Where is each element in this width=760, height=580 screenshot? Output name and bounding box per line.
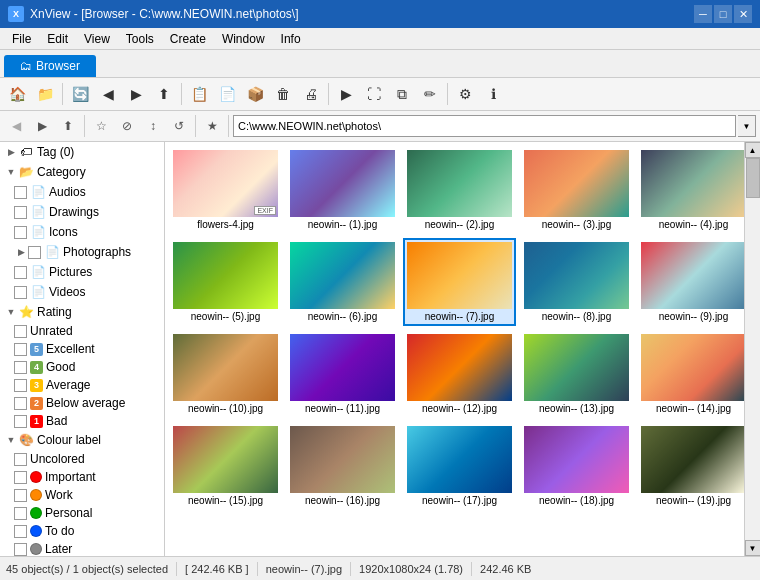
thumbnail-item-2[interactable]: neowin-- (2).jpg [403, 146, 516, 234]
good-checkbox[interactable] [14, 361, 27, 374]
forward-button[interactable]: ▶ [123, 81, 149, 107]
scroll-up-button[interactable]: ▲ [745, 142, 761, 158]
photographs-checkbox[interactable] [28, 246, 41, 259]
menu-window[interactable]: Window [214, 28, 273, 49]
edit-image-button[interactable]: ✏ [417, 81, 443, 107]
close-button[interactable]: ✕ [734, 5, 752, 23]
sidebar-item-uncolored[interactable]: Uncolored [0, 450, 164, 468]
thumbnail-item-9[interactable]: neowin-- (9).jpg [637, 238, 744, 326]
sidebar-item-good[interactable]: 4 Good [0, 358, 164, 376]
folders-button[interactable]: 📁 [32, 81, 58, 107]
sidebar-item-icons[interactable]: 📄 Icons [0, 222, 164, 242]
thumbnail-item-5[interactable]: neowin-- (5).jpg [169, 238, 282, 326]
sidebar-item-category[interactable]: ▼ 📂 Category [0, 162, 164, 182]
later-checkbox[interactable] [14, 543, 27, 556]
average-checkbox[interactable] [14, 379, 27, 392]
sidebar-item-audios[interactable]: 📄 Audios [0, 182, 164, 202]
personal-checkbox[interactable] [14, 507, 27, 520]
sidebar-item-drawings[interactable]: 📄 Drawings [0, 202, 164, 222]
below-average-checkbox[interactable] [14, 397, 27, 410]
sidebar-item-rating[interactable]: ▼ ⭐ Rating [0, 302, 164, 322]
nav-up-button[interactable]: ⬆ [56, 114, 80, 138]
thumbnail-item-3[interactable]: neowin-- (3).jpg [520, 146, 633, 234]
important-checkbox[interactable] [14, 471, 27, 484]
thumbnail-item-17[interactable]: neowin-- (17).jpg [403, 422, 516, 510]
thumbnail-item-10[interactable]: neowin-- (10).jpg [169, 330, 282, 418]
reload-nav-button[interactable]: ↺ [167, 114, 191, 138]
thumbnail-item-6[interactable]: neowin-- (6).jpg [286, 238, 399, 326]
pictures-checkbox[interactable] [14, 266, 27, 279]
sidebar-item-bad[interactable]: 1 Bad [0, 412, 164, 430]
move-button[interactable]: 📦 [242, 81, 268, 107]
print-button[interactable]: 🖨 [298, 81, 324, 107]
thumbnail-item-15[interactable]: neowin-- (15).jpg [169, 422, 282, 510]
menu-view[interactable]: View [76, 28, 118, 49]
home-button[interactable]: 🏠 [4, 81, 30, 107]
uncolored-checkbox[interactable] [14, 453, 27, 466]
sidebar-item-photographs[interactable]: ▶ 📄 Photographs [0, 242, 164, 262]
back-button[interactable]: ◀ [95, 81, 121, 107]
thumbnail-item-14[interactable]: neowin-- (14).jpg [637, 330, 744, 418]
thumbnail-item-0[interactable]: EXIFflowers-4.jpg [169, 146, 282, 234]
thumbnail-item-18[interactable]: neowin-- (18).jpg [520, 422, 633, 510]
sidebar-item-later[interactable]: Later [0, 540, 164, 556]
paste-button[interactable]: 📄 [214, 81, 240, 107]
settings-button[interactable]: ⚙ [452, 81, 478, 107]
slideshow-button[interactable]: ▶ [333, 81, 359, 107]
sidebar-item-unrated[interactable]: Unrated [0, 322, 164, 340]
bookmarks-button[interactable]: ☆ [89, 114, 113, 138]
menu-edit[interactable]: Edit [39, 28, 76, 49]
sidebar-item-todo[interactable]: To do [0, 522, 164, 540]
sort-button[interactable]: ↕ [141, 114, 165, 138]
sidebar-item-videos[interactable]: 📄 Videos [0, 282, 164, 302]
thumbnail-item-12[interactable]: neowin-- (12).jpg [403, 330, 516, 418]
videos-checkbox[interactable] [14, 286, 27, 299]
sidebar-item-tag[interactable]: ▶ 🏷 Tag (0) [0, 142, 164, 162]
compare-button[interactable]: ⧉ [389, 81, 415, 107]
thumbnail-item-16[interactable]: neowin-- (16).jpg [286, 422, 399, 510]
maximize-button[interactable]: □ [714, 5, 732, 23]
thumbnail-item-7[interactable]: neowin-- (7).jpg [403, 238, 516, 326]
menu-file[interactable]: File [4, 28, 39, 49]
sidebar-item-important[interactable]: Important [0, 468, 164, 486]
sidebar-item-pictures[interactable]: 📄 Pictures [0, 262, 164, 282]
unrated-checkbox[interactable] [14, 325, 27, 338]
excellent-checkbox[interactable] [14, 343, 27, 356]
vertical-scrollbar[interactable]: ▲ ▼ [744, 142, 760, 556]
address-bar[interactable]: C:\www.NEOWIN.net\photos\ [233, 115, 736, 137]
up-button[interactable]: ⬆ [151, 81, 177, 107]
thumbnail-item-8[interactable]: neowin-- (8).jpg [520, 238, 633, 326]
sidebar-item-colour-label[interactable]: ▼ 🎨 Colour label [0, 430, 164, 450]
menu-info[interactable]: Info [273, 28, 309, 49]
sidebar-item-average[interactable]: 3 Average [0, 376, 164, 394]
address-dropdown[interactable]: ▼ [738, 115, 756, 137]
fullscreen-button[interactable]: ⛶ [361, 81, 387, 107]
thumbnail-item-19[interactable]: neowin-- (19).jpg [637, 422, 744, 510]
thumbnail-item-13[interactable]: neowin-- (13).jpg [520, 330, 633, 418]
work-checkbox[interactable] [14, 489, 27, 502]
info-button[interactable]: ℹ [480, 81, 506, 107]
menu-create[interactable]: Create [162, 28, 214, 49]
scroll-thumb[interactable] [746, 158, 760, 198]
icons-checkbox[interactable] [14, 226, 27, 239]
sidebar-item-personal[interactable]: Personal [0, 504, 164, 522]
filter-button[interactable]: ⊘ [115, 114, 139, 138]
sidebar-item-below-average[interactable]: 2 Below average [0, 394, 164, 412]
scroll-down-button[interactable]: ▼ [745, 540, 761, 556]
browser-tab[interactable]: 🗂 Browser [4, 55, 96, 77]
drawings-checkbox[interactable] [14, 206, 27, 219]
bad-checkbox[interactable] [14, 415, 27, 428]
nav-forward-button[interactable]: ▶ [30, 114, 54, 138]
delete-button[interactable]: 🗑 [270, 81, 296, 107]
star-button[interactable]: ★ [200, 114, 224, 138]
sidebar-item-excellent[interactable]: 5 Excellent [0, 340, 164, 358]
todo-checkbox[interactable] [14, 525, 27, 538]
minimize-button[interactable]: ─ [694, 5, 712, 23]
sidebar-item-work[interactable]: Work [0, 486, 164, 504]
audios-checkbox[interactable] [14, 186, 27, 199]
copy-button[interactable]: 📋 [186, 81, 212, 107]
nav-back-button[interactable]: ◀ [4, 114, 28, 138]
refresh-button[interactable]: 🔄 [67, 81, 93, 107]
thumbnail-item-4[interactable]: neowin-- (4).jpg [637, 146, 744, 234]
menu-tools[interactable]: Tools [118, 28, 162, 49]
